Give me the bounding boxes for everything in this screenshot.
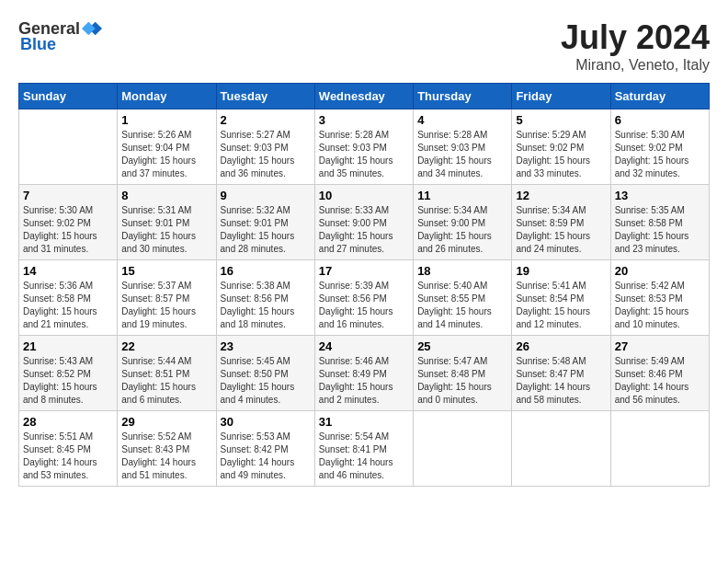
calendar-cell: 1Sunrise: 5:26 AM Sunset: 9:04 PM Daylig… (118, 109, 216, 185)
calendar-cell: 31Sunrise: 5:54 AM Sunset: 8:41 PM Dayli… (314, 411, 413, 487)
day-detail: Sunrise: 5:30 AM Sunset: 9:02 PM Dayligh… (23, 204, 113, 256)
logo-blue: Blue (20, 35, 56, 54)
day-number: 14 (23, 264, 113, 278)
day-detail: Sunrise: 5:35 AM Sunset: 8:58 PM Dayligh… (615, 204, 705, 256)
calendar-cell: 15Sunrise: 5:37 AM Sunset: 8:57 PM Dayli… (118, 260, 216, 336)
weekday-header-friday: Friday (512, 84, 610, 109)
day-number: 15 (121, 264, 211, 278)
calendar-cell: 10Sunrise: 5:33 AM Sunset: 9:00 PM Dayli… (314, 185, 413, 260)
day-number: 19 (516, 264, 606, 278)
weekday-header-sunday: Sunday (19, 84, 118, 109)
day-detail: Sunrise: 5:38 AM Sunset: 8:56 PM Dayligh… (221, 280, 311, 331)
day-detail: Sunrise: 5:46 AM Sunset: 8:49 PM Dayligh… (319, 355, 409, 407)
calendar-cell: 14Sunrise: 5:36 AM Sunset: 8:58 PM Dayli… (19, 260, 118, 336)
day-number: 1 (121, 113, 211, 127)
day-number: 13 (615, 189, 705, 202)
day-detail: Sunrise: 5:34 AM Sunset: 9:00 PM Dayligh… (417, 204, 507, 256)
day-detail: Sunrise: 5:47 AM Sunset: 8:48 PM Dayligh… (417, 355, 507, 407)
week-row-1: 1Sunrise: 5:26 AM Sunset: 9:04 PM Daylig… (19, 109, 710, 185)
month-title: July 2024 (561, 18, 710, 57)
title-area: July 2024 Mirano, Veneto, Italy (561, 18, 710, 74)
week-row-4: 21Sunrise: 5:43 AM Sunset: 8:52 PM Dayli… (19, 336, 710, 411)
day-number: 8 (121, 189, 211, 202)
day-number: 11 (417, 189, 507, 202)
day-number: 27 (615, 339, 705, 353)
day-detail: Sunrise: 5:27 AM Sunset: 9:03 PM Dayligh… (221, 129, 311, 180)
calendar-cell: 6Sunrise: 5:30 AM Sunset: 9:02 PM Daylig… (610, 109, 709, 185)
calendar-cell (414, 411, 512, 487)
calendar-cell: 29Sunrise: 5:52 AM Sunset: 8:43 PM Dayli… (118, 411, 216, 487)
day-detail: Sunrise: 5:39 AM Sunset: 8:56 PM Dayligh… (319, 280, 409, 331)
calendar-cell: 27Sunrise: 5:49 AM Sunset: 8:46 PM Dayli… (610, 336, 709, 411)
day-detail: Sunrise: 5:51 AM Sunset: 8:45 PM Dayligh… (23, 431, 113, 482)
calendar-cell: 19Sunrise: 5:41 AM Sunset: 8:54 PM Dayli… (512, 260, 610, 336)
calendar-cell: 28Sunrise: 5:51 AM Sunset: 8:45 PM Dayli… (19, 411, 118, 487)
day-detail: Sunrise: 5:44 AM Sunset: 8:51 PM Dayligh… (121, 355, 211, 407)
day-number: 17 (319, 264, 409, 278)
calendar-cell: 2Sunrise: 5:27 AM Sunset: 9:03 PM Daylig… (216, 109, 314, 185)
day-detail: Sunrise: 5:28 AM Sunset: 9:03 PM Dayligh… (319, 129, 409, 180)
day-detail: Sunrise: 5:31 AM Sunset: 9:01 PM Dayligh… (121, 204, 211, 256)
day-detail: Sunrise: 5:43 AM Sunset: 8:52 PM Dayligh… (23, 355, 113, 407)
calendar-cell: 22Sunrise: 5:44 AM Sunset: 8:51 PM Dayli… (118, 336, 216, 411)
day-number: 25 (417, 339, 507, 353)
day-number: 24 (319, 339, 409, 353)
day-number: 29 (121, 415, 211, 429)
day-number: 28 (23, 415, 113, 429)
calendar-cell: 9Sunrise: 5:32 AM Sunset: 9:01 PM Daylig… (216, 185, 314, 260)
day-number: 22 (121, 339, 211, 353)
calendar-cell: 5Sunrise: 5:29 AM Sunset: 9:02 PM Daylig… (512, 109, 610, 185)
day-detail: Sunrise: 5:29 AM Sunset: 9:02 PM Dayligh… (516, 129, 606, 180)
day-number: 5 (516, 113, 606, 127)
weekday-header-saturday: Saturday (610, 84, 709, 109)
location-title: Mirano, Veneto, Italy (561, 57, 710, 74)
calendar-cell: 23Sunrise: 5:45 AM Sunset: 8:50 PM Dayli… (216, 336, 314, 411)
week-row-5: 28Sunrise: 5:51 AM Sunset: 8:45 PM Dayli… (19, 411, 710, 487)
day-number: 18 (417, 264, 507, 278)
calendar-cell: 8Sunrise: 5:31 AM Sunset: 9:01 PM Daylig… (118, 185, 216, 260)
logo-icon (82, 18, 102, 39)
day-number: 26 (516, 339, 606, 353)
day-detail: Sunrise: 5:40 AM Sunset: 8:55 PM Dayligh… (417, 280, 507, 331)
calendar-cell: 16Sunrise: 5:38 AM Sunset: 8:56 PM Dayli… (216, 260, 314, 336)
day-number: 3 (319, 113, 409, 127)
day-detail: Sunrise: 5:45 AM Sunset: 8:50 PM Dayligh… (221, 355, 311, 407)
day-detail: Sunrise: 5:52 AM Sunset: 8:43 PM Dayligh… (121, 431, 211, 482)
day-detail: Sunrise: 5:28 AM Sunset: 9:03 PM Dayligh… (417, 129, 507, 180)
day-number: 12 (516, 189, 606, 202)
weekday-header-wednesday: Wednesday (314, 84, 413, 109)
day-number: 30 (221, 415, 311, 429)
calendar-cell: 20Sunrise: 5:42 AM Sunset: 8:53 PM Dayli… (610, 260, 709, 336)
day-detail: Sunrise: 5:41 AM Sunset: 8:54 PM Dayligh… (516, 280, 606, 331)
day-number: 31 (319, 415, 409, 429)
day-number: 2 (221, 113, 311, 127)
day-detail: Sunrise: 5:33 AM Sunset: 9:00 PM Dayligh… (319, 204, 409, 256)
day-number: 6 (615, 113, 705, 127)
calendar-cell (19, 109, 118, 185)
day-detail: Sunrise: 5:34 AM Sunset: 8:59 PM Dayligh… (516, 204, 606, 256)
calendar-cell: 21Sunrise: 5:43 AM Sunset: 8:52 PM Dayli… (19, 336, 118, 411)
day-detail: Sunrise: 5:53 AM Sunset: 8:42 PM Dayligh… (221, 431, 311, 482)
logo: General Blue (18, 18, 102, 54)
calendar-cell: 7Sunrise: 5:30 AM Sunset: 9:02 PM Daylig… (19, 185, 118, 260)
calendar-cell: 25Sunrise: 5:47 AM Sunset: 8:48 PM Dayli… (414, 336, 512, 411)
calendar-cell: 17Sunrise: 5:39 AM Sunset: 8:56 PM Dayli… (314, 260, 413, 336)
calendar-cell (512, 411, 610, 487)
day-number: 7 (23, 189, 113, 202)
week-row-2: 7Sunrise: 5:30 AM Sunset: 9:02 PM Daylig… (19, 185, 710, 260)
day-number: 23 (221, 339, 311, 353)
day-detail: Sunrise: 5:32 AM Sunset: 9:01 PM Dayligh… (221, 204, 311, 256)
calendar-cell: 12Sunrise: 5:34 AM Sunset: 8:59 PM Dayli… (512, 185, 610, 260)
calendar-cell: 11Sunrise: 5:34 AM Sunset: 9:00 PM Dayli… (414, 185, 512, 260)
calendar-cell: 24Sunrise: 5:46 AM Sunset: 8:49 PM Dayli… (314, 336, 413, 411)
calendar: SundayMondayTuesdayWednesdayThursdayFrid… (18, 83, 710, 487)
day-detail: Sunrise: 5:26 AM Sunset: 9:04 PM Dayligh… (121, 129, 211, 180)
weekday-header-thursday: Thursday (414, 84, 512, 109)
calendar-cell (610, 411, 709, 487)
day-detail: Sunrise: 5:36 AM Sunset: 8:58 PM Dayligh… (23, 280, 113, 331)
day-detail: Sunrise: 5:42 AM Sunset: 8:53 PM Dayligh… (615, 280, 705, 331)
week-row-3: 14Sunrise: 5:36 AM Sunset: 8:58 PM Dayli… (19, 260, 710, 336)
day-detail: Sunrise: 5:48 AM Sunset: 8:47 PM Dayligh… (516, 355, 606, 407)
weekday-header-tuesday: Tuesday (216, 84, 314, 109)
calendar-cell: 4Sunrise: 5:28 AM Sunset: 9:03 PM Daylig… (414, 109, 512, 185)
